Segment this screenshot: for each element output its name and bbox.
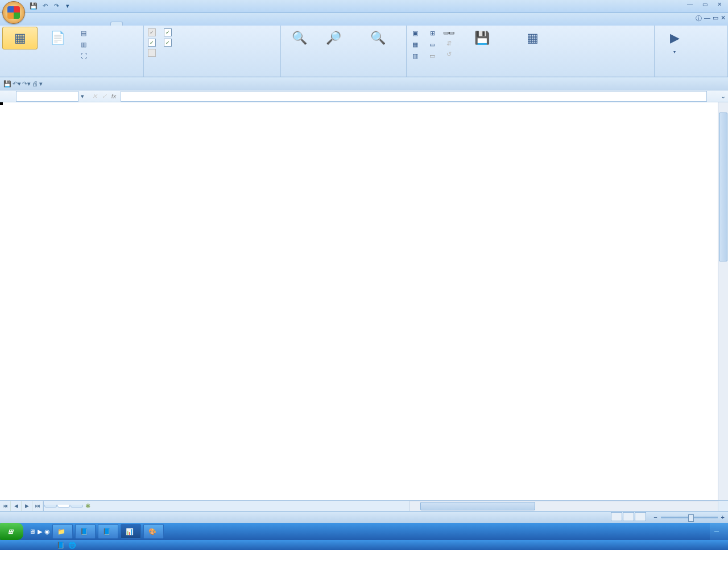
name-box-dropdown-icon[interactable]: ▾ [78, 93, 86, 100]
sync-scroll-icon[interactable]: ⇵ [443, 40, 454, 47]
page-break-preview[interactable]: ▤ [77, 28, 92, 38]
page-layout-button[interactable]: 📄 [40, 27, 75, 49]
sheet-tab-2[interactable] [57, 505, 70, 508]
new-window-icon: ▣ [411, 28, 420, 38]
tab-view[interactable] [110, 22, 123, 26]
help-icon[interactable]: ⓘ [696, 14, 702, 23]
taskbar-task-active[interactable]: 📊 [121, 524, 141, 539]
expand-formula-bar-icon[interactable]: ⌄ [721, 93, 726, 100]
new-sheet-icon[interactable]: ✱ [85, 502, 90, 510]
start-button[interactable]: ⊞ [0, 523, 23, 540]
first-sheet-icon[interactable]: ⏮ [0, 501, 11, 511]
zoom-selection-button[interactable]: 🔍 [351, 27, 404, 49]
scrollbar-thumb[interactable] [420, 502, 535, 510]
side-by-side-icon[interactable]: ▭▭ [443, 29, 454, 36]
undo-icon[interactable]: ↶ [40, 1, 50, 10]
show-desktop-icon[interactable]: 🖥 [29, 528, 35, 535]
split[interactable]: ⊞ [426, 28, 441, 38]
wmp-icon[interactable]: ◉ [44, 528, 50, 535]
next-sheet-icon[interactable]: ▶ [22, 501, 32, 511]
qat-dropdown-icon[interactable]: ▾ [63, 1, 73, 10]
taskbar-task[interactable]: 📘 [98, 524, 118, 539]
full-screen[interactable]: ⛶ [77, 51, 92, 61]
zoom-out-icon[interactable]: − [653, 514, 657, 521]
redo-icon[interactable]: ↷ [51, 1, 61, 10]
maximize-icon[interactable]: ▭ [698, 0, 711, 8]
last-sheet-icon[interactable]: ⏭ [32, 501, 43, 511]
ruler-checkbox[interactable]: ✓ [146, 28, 160, 37]
page-layout-icon: 📄 [48, 28, 67, 47]
ribbon-tabs: ⓘ — ▭ ✕ [0, 13, 728, 26]
fx-icon[interactable]: fx [109, 93, 118, 100]
qat-dropdown-icon[interactable]: ▾ [39, 80, 43, 88]
view-buttons[interactable] [611, 512, 647, 522]
formula-bar-checkbox[interactable]: ✓ [162, 28, 176, 37]
vertical-scrollbar[interactable] [718, 102, 728, 500]
group-label-views [0, 76, 143, 77]
tab-review[interactable] [97, 22, 108, 26]
start-icon: ⊞ [8, 528, 13, 535]
switch-windows-icon: ▦ [523, 28, 541, 47]
save-icon[interactable]: 💾 [3, 80, 11, 88]
fullscreen-icon: ⛶ [79, 51, 88, 60]
taskbar-row2: 📘 🌐 [0, 540, 728, 550]
group-label-show [144, 76, 280, 77]
tab-addins[interactable] [125, 22, 136, 26]
save-workspace-button[interactable]: 💾 [457, 27, 507, 49]
cancel-fx-icon[interactable]: ✕ [90, 93, 99, 100]
ie-icon[interactable]: 🌐 [68, 542, 76, 549]
print-preview-icon[interactable]: 🖨 [32, 80, 38, 87]
ribbon-minimize-icon[interactable]: — [704, 14, 710, 23]
tab-pagelayout[interactable] [56, 22, 67, 26]
custom-views[interactable]: ▥ [77, 39, 92, 49]
zoom-slider[interactable] [661, 517, 718, 518]
freeze-panes[interactable]: ▥ [409, 51, 424, 61]
player-icon[interactable]: ▶ [38, 528, 42, 535]
redo-arrow-icon[interactable]: ↷▾ [22, 80, 31, 88]
prev-sheet-icon[interactable]: ◀ [11, 501, 22, 511]
window-controls: — ▭ ✕ [684, 0, 726, 8]
ribbon-restore-icon[interactable]: ▭ [713, 14, 718, 23]
undo-arrow-icon[interactable]: ↶▾ [13, 80, 21, 88]
language-indicator[interactable] [714, 531, 719, 532]
hide[interactable]: ▭ [426, 39, 441, 49]
ribbon-close-icon[interactable]: ✕ [721, 14, 726, 23]
scrollbar-thumb[interactable] [719, 113, 727, 261]
zoom-100-button[interactable]: 🔎 [317, 27, 349, 49]
minimize-icon[interactable]: — [684, 0, 696, 8]
tab-home[interactable] [28, 22, 40, 26]
switch-windows-button[interactable]: ▦ [509, 27, 556, 49]
zoom-in-icon[interactable]: + [721, 514, 725, 521]
arrange-all[interactable]: ▦ [409, 39, 424, 49]
titlebar: 💾 ↶ ↷ ▾ — ▭ ✕ [0, 0, 728, 13]
name-box[interactable] [16, 91, 78, 102]
gridlines-checkbox[interactable]: ✓ [146, 38, 160, 47]
tab-data[interactable] [83, 22, 94, 26]
taskbar: ⊞ 🖥 ▶ ◉ 📁 📘 📘 📊 🎨 [0, 523, 728, 540]
new-window[interactable]: ▣ [409, 28, 424, 38]
sheet-tab-3[interactable] [71, 505, 83, 508]
close-icon[interactable]: ✕ [713, 0, 726, 8]
headings-checkbox[interactable]: ✓ [162, 38, 176, 47]
unhide[interactable]: ▭ [426, 51, 441, 61]
quick-access-row: 💾 ↶▾ ↷▾ 🖨 ▾ [0, 77, 728, 90]
save-icon[interactable]: 💾 [28, 1, 39, 10]
taskbar-task[interactable]: 🎨 [143, 524, 164, 539]
normal-view-button[interactable]: ▦ [2, 27, 38, 49]
sheet-tab-1[interactable] [44, 505, 57, 508]
office-button[interactable] [2, 1, 25, 24]
word-icon[interactable]: 📘 [57, 542, 65, 549]
zoom-icon: 🔍 [290, 28, 308, 47]
split-icon: ⊞ [428, 28, 437, 38]
taskbar-task[interactable]: 📘 [75, 524, 96, 539]
tab-insert[interactable] [42, 22, 53, 26]
zoom-button[interactable]: 🔍 [283, 27, 315, 49]
reset-position-icon[interactable]: ↺ [443, 51, 454, 58]
formula-bar[interactable] [121, 91, 707, 102]
macros-button[interactable]: ▶▾ [657, 27, 692, 57]
enter-fx-icon[interactable]: ✓ [100, 93, 109, 100]
message-bar-checkbox[interactable] [146, 48, 160, 57]
horizontal-scrollbar[interactable] [410, 501, 718, 512]
tab-formulas[interactable] [69, 22, 81, 26]
taskbar-task[interactable]: 📁 [52, 524, 73, 539]
